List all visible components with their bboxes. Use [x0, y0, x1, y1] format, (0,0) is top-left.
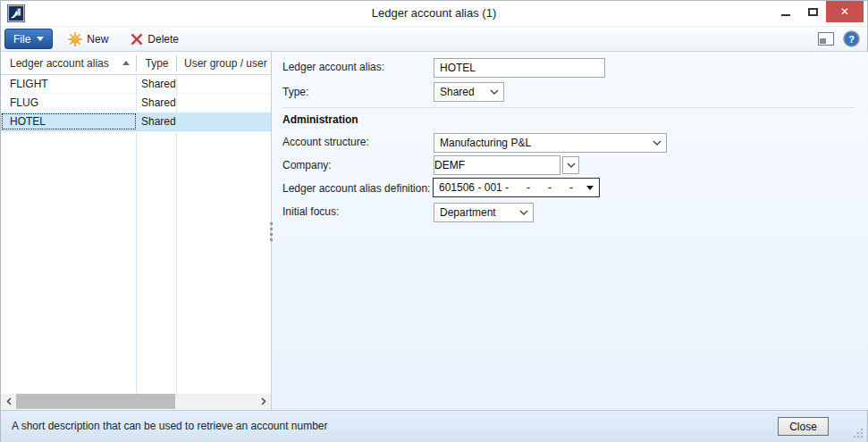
sort-ascending-icon: [122, 61, 130, 65]
delete-button-label: Delete: [147, 33, 179, 46]
maximize-icon: [808, 8, 818, 16]
column-header-type[interactable]: Type: [137, 57, 177, 70]
cell-user-group: [177, 94, 271, 112]
status-description: A short description that can be used to …: [12, 420, 328, 432]
red-x-delete-icon: [131, 33, 143, 46]
company-label: Company:: [282, 159, 332, 171]
section-divider: [282, 107, 855, 108]
help-button[interactable]: ?: [843, 30, 860, 47]
definition-label: Ledger account alias definition:: [282, 182, 430, 195]
close-button[interactable]: Close: [778, 417, 829, 436]
header-separator: [176, 55, 177, 71]
chevron-down-icon: [490, 89, 499, 95]
cell-alias: HOTEL: [1, 113, 137, 130]
cell-user-group: [177, 113, 271, 130]
detail-form-panel: Ledger account alias: HOTEL Type: Shared…: [272, 52, 868, 410]
column-header-user-group-label: User group / user: [184, 57, 267, 70]
alias-input[interactable]: HOTEL: [434, 58, 605, 78]
dropdown-arrow-icon: [586, 186, 594, 190]
window-controls: ✕: [772, 1, 864, 26]
column-header-alias[interactable]: Ledger account alias: [1, 57, 137, 70]
chevron-down-icon: [519, 210, 528, 215]
definition-combo[interactable]: 601506 - 001 - - - -: [433, 178, 600, 197]
layout-pane-button[interactable]: [818, 32, 834, 46]
scrollbar-thumb[interactable]: [16, 394, 175, 409]
horizontal-scrollbar: [1, 394, 271, 409]
type-select[interactable]: Shared: [434, 82, 504, 102]
cell-type: Shared: [137, 75, 177, 93]
column-grid-line: [136, 75, 137, 394]
initial-focus-label: Initial focus:: [282, 205, 339, 218]
column-header-alias-label: Ledger account alias: [10, 57, 109, 70]
column-header-user-group[interactable]: User group / user: [177, 57, 271, 70]
initial-focus-select[interactable]: Department: [434, 203, 534, 222]
close-icon: ✕: [840, 5, 849, 18]
status-bar: A short description that can be used to …: [1, 410, 867, 442]
grid-header-row: Ledger account alias Type User group / u…: [1, 52, 271, 75]
minimize-icon: [781, 14, 790, 16]
chevron-down-icon: [37, 37, 44, 41]
alias-grid: Ledger account alias Type User group / u…: [1, 52, 271, 394]
starburst-new-icon: [68, 32, 82, 46]
close-window-button[interactable]: ✕: [826, 1, 864, 22]
window-title: Ledger account alias (1): [1, 6, 867, 20]
column-header-type-label: Type: [145, 57, 168, 70]
title-bar: Ledger account alias (1) ✕: [1, 1, 867, 27]
scrollbar-track[interactable]: [16, 394, 256, 409]
cell-type: Shared: [137, 113, 177, 130]
resize-grip[interactable]: [852, 427, 864, 439]
scroll-right-button[interactable]: [256, 394, 271, 409]
administration-section-title: Administration: [282, 113, 358, 126]
account-structure-label: Account structure:: [282, 136, 369, 148]
alias-field-label: Ledger account alias:: [282, 61, 384, 73]
cell-alias: FLUG: [1, 94, 137, 112]
type-field-label: Type:: [282, 86, 308, 98]
company-value: DEMF: [434, 159, 465, 171]
minimize-button[interactable]: [772, 1, 799, 22]
new-button-label: New: [87, 33, 108, 46]
account-structure-value: Manufacturing P&L: [434, 137, 653, 149]
cell-alias: FLIGHT: [1, 75, 137, 93]
scroll-left-button[interactable]: [1, 394, 16, 409]
company-select[interactable]: DEMF: [434, 155, 579, 175]
chevron-right-icon: [261, 397, 266, 405]
chevron-down-icon: [567, 163, 576, 168]
header-separator: [136, 55, 137, 71]
type-select-value: Shared: [434, 86, 490, 98]
ledger-account-alias-window: Ledger account alias (1) ✕ File New: [0, 0, 868, 442]
delete-button[interactable]: Delete: [123, 29, 186, 49]
toolbar-right-icons: ?: [818, 30, 860, 47]
definition-value: 601506 - 001 - - - -: [434, 181, 586, 194]
company-dropdown-button[interactable]: [562, 156, 579, 174]
maximize-button[interactable]: [799, 1, 826, 22]
question-mark-icon: ?: [848, 34, 855, 45]
alias-input-value: HOTEL: [434, 62, 604, 74]
toolbar: File New Delete: [1, 27, 867, 52]
file-menu-label: File: [13, 33, 30, 46]
company-select-box[interactable]: DEMF: [434, 155, 560, 175]
splitter-grip[interactable]: [268, 222, 274, 244]
close-button-label: Close: [789, 421, 817, 433]
cell-user-group: [177, 75, 271, 93]
initial-focus-value: Department: [434, 206, 519, 219]
account-structure-select[interactable]: Manufacturing P&L: [434, 133, 667, 153]
column-grid-line: [176, 75, 177, 394]
chevron-left-icon: [6, 397, 12, 405]
chevron-down-icon: [653, 140, 662, 146]
cell-type: Shared: [137, 94, 177, 112]
file-menu-button[interactable]: File: [4, 29, 53, 49]
new-button[interactable]: New: [61, 29, 115, 49]
